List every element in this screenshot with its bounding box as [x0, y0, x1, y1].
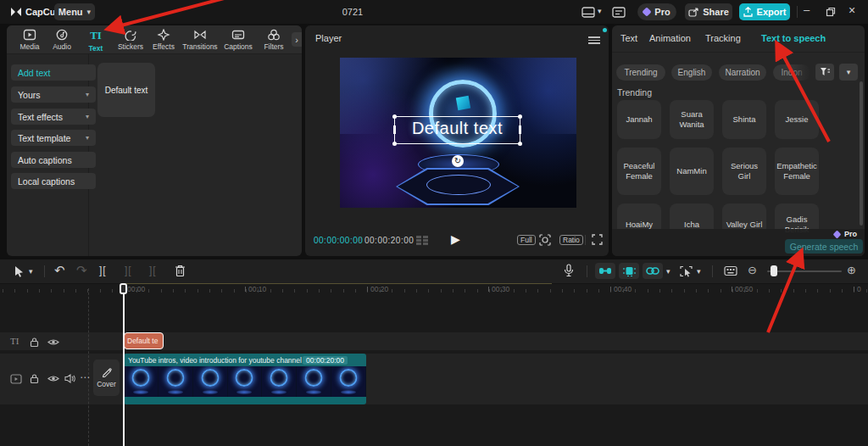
text-overlay-selection-box[interactable]: Default text — [394, 116, 520, 144]
tab-stickers[interactable]: Stickers — [112, 29, 149, 51]
select-tool-caret-icon[interactable]: ▾ — [29, 267, 33, 276]
auto-snap-toggle[interactable] — [619, 263, 639, 279]
voice-card[interactable]: NamMin — [670, 148, 714, 195]
selection-handle[interactable] — [392, 142, 397, 146]
sidebar-item-text-template[interactable]: Text template ▾ — [11, 130, 96, 146]
player-menu-icon[interactable] — [588, 35, 600, 46]
layout-caret-icon[interactable]: ▾ — [598, 7, 602, 15]
selection-handle[interactable] — [392, 114, 397, 119]
video-clip[interactable]: YouTube intros, video introduction for y… — [124, 354, 366, 404]
voice-card[interactable]: Jannah — [617, 100, 661, 139]
zoom-out-button[interactable]: ⊖ — [748, 264, 757, 276]
tab-animation[interactable]: Animation — [649, 33, 691, 43]
tab-captions[interactable]: Captions — [219, 29, 258, 51]
record-voiceover-icon[interactable] — [563, 264, 575, 277]
tab-text-properties[interactable]: Text — [620, 33, 637, 43]
play-button[interactable]: ▶ — [451, 232, 460, 246]
chevron-down-icon: ▾ — [847, 68, 851, 76]
voice-filter-caret-button[interactable]: ▾ — [839, 64, 858, 81]
playhead-line[interactable] — [123, 283, 125, 446]
link-caret-icon[interactable]: ▾ — [666, 267, 670, 276]
voice-card[interactable]: Gadis Berisik — [775, 203, 819, 232]
undo-button[interactable]: ↶ — [54, 263, 65, 278]
close-button[interactable]: × — [849, 3, 855, 17]
tab-text-to-speech[interactable]: Text to speech — [761, 33, 826, 43]
text-clip[interactable]: Default te — [124, 332, 164, 349]
selection-handle-left[interactable] — [393, 125, 396, 134]
rotate-handle[interactable]: ↻ — [452, 155, 464, 167]
film-thumbnail — [331, 366, 366, 397]
link-clips-toggle[interactable] — [643, 263, 663, 279]
text-overlay[interactable]: Default text — [395, 119, 520, 138]
pro-button[interactable]: Pro — [637, 3, 676, 20]
lock-icon[interactable] — [29, 337, 40, 348]
sidebar-item-auto-captions[interactable]: Auto captions — [11, 152, 96, 168]
voice-card[interactable]: Jessie — [775, 100, 819, 139]
delete-right-button[interactable]: ][ — [149, 265, 157, 276]
tab-tracking[interactable]: Tracking — [705, 33, 741, 43]
voice-card[interactable]: Valley Girl — [722, 203, 766, 232]
sidebar-item-add-text[interactable]: Add text — [11, 64, 96, 81]
video-preview[interactable]: Default text ↻ — [340, 58, 576, 208]
lock-icon[interactable] — [29, 373, 40, 384]
preview-select-icon[interactable] — [680, 265, 693, 277]
cover-button[interactable]: Cover — [93, 360, 120, 396]
tab-effects[interactable]: Effects — [145, 29, 182, 51]
zoom-in-button[interactable]: ⊕ — [847, 264, 856, 276]
chip-trending[interactable]: Trending — [616, 64, 665, 81]
export-button[interactable]: Export — [739, 3, 790, 20]
frame-step-icon[interactable] — [415, 235, 429, 246]
selection-handle[interactable] — [518, 114, 522, 119]
delete-button[interactable] — [175, 265, 186, 277]
tab-filters[interactable]: Filters — [255, 29, 292, 51]
main-track-magnet-toggle[interactable] — [595, 263, 615, 279]
adjust-panel-icon[interactable] — [612, 7, 626, 18]
restore-window-button[interactable] — [826, 7, 836, 17]
focus-icon[interactable] — [539, 234, 551, 246]
delete-left-button[interactable]: ][ — [125, 265, 132, 276]
full-button[interactable]: Full — [517, 235, 536, 245]
fullscreen-icon[interactable] — [592, 234, 603, 245]
voice-card[interactable]: Empathetic Female — [775, 148, 819, 195]
preview-select-caret-icon[interactable]: ▾ — [697, 267, 701, 276]
eye-icon[interactable] — [47, 337, 59, 347]
chip-english[interactable]: English — [671, 64, 712, 81]
toolbar-divider — [44, 265, 45, 277]
selection-handle[interactable] — [518, 142, 522, 146]
redo-button[interactable]: ↷ — [76, 263, 87, 278]
mute-icon[interactable] — [64, 374, 75, 383]
voice-filter-button[interactable] — [815, 64, 834, 81]
film-thumbnail — [159, 366, 193, 397]
ratio-button[interactable]: Ratio — [559, 235, 583, 245]
zoom-slider-thumb[interactable] — [771, 265, 777, 276]
tab-transitions[interactable]: Transitions — [179, 29, 221, 51]
tab-audio[interactable]: Audio — [43, 29, 81, 51]
generate-speech-button[interactable]: Generate speech — [785, 239, 863, 254]
select-tool-icon[interactable] — [14, 265, 25, 277]
menu-button[interactable]: Menu ▾ — [54, 3, 95, 20]
chip-narration[interactable]: Narration — [719, 64, 766, 81]
voice-card[interactable]: Shinta — [722, 100, 766, 139]
timeline-view-icon[interactable] — [724, 265, 737, 276]
sidebar-item-local-captions[interactable]: Local captions — [11, 173, 96, 189]
player-layout-icon[interactable] — [581, 7, 595, 18]
expand-nav-button[interactable]: › — [292, 32, 302, 47]
tab-text[interactable]: TI Text — [77, 29, 114, 53]
voice-card[interactable]: Suara Wanita — [670, 100, 714, 139]
eye-icon[interactable] — [47, 374, 59, 383]
voice-card[interactable]: HoaiMy — [617, 203, 661, 232]
zoom-slider-track[interactable] — [767, 270, 842, 272]
default-text-preset-card[interactable]: Default text — [97, 63, 155, 117]
more-options-icon[interactable]: ⋯ — [80, 371, 90, 383]
voice-card[interactable]: Serious Girl — [722, 148, 766, 195]
share-button[interactable]: Share — [685, 3, 732, 20]
sidebar-item-text-effects[interactable]: Text effects ▾ — [11, 109, 96, 125]
selection-handle-right[interactable] — [519, 125, 521, 134]
playhead-handle[interactable] — [120, 283, 127, 294]
split-button[interactable]: ][ — [99, 265, 107, 276]
sidebar-item-yours[interactable]: Yours ▾ — [11, 86, 96, 103]
voice-card[interactable]: Icha — [670, 203, 714, 232]
minimize-button[interactable]: – — [804, 3, 810, 16]
voice-card[interactable]: Peaceful Female — [617, 148, 661, 195]
panel-scrollbar[interactable] — [860, 81, 863, 226]
